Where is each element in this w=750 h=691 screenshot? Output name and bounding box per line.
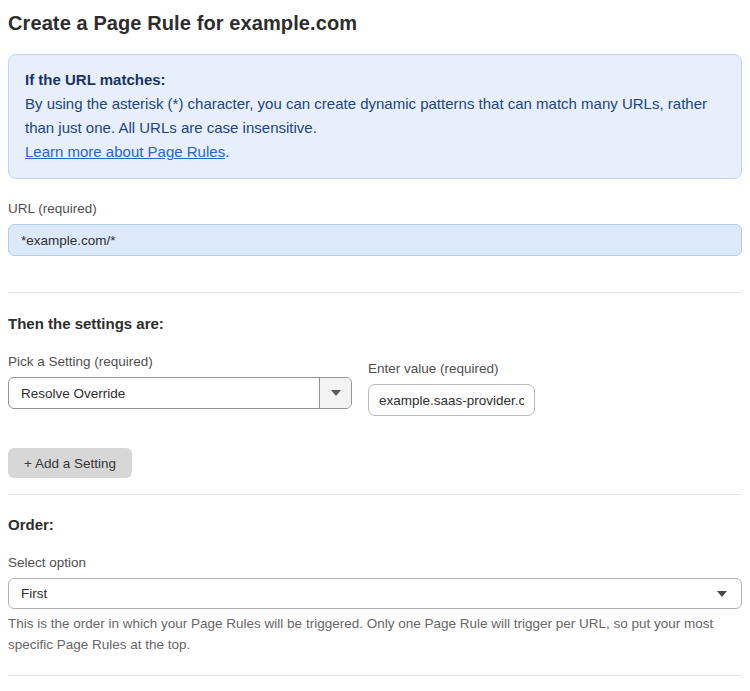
chevron-down-icon	[331, 390, 341, 396]
link-suffix: .	[225, 143, 229, 160]
setting-row: Pick a Setting (required) Resolve Overri…	[8, 354, 742, 416]
url-field-label: URL (required)	[8, 201, 742, 217]
info-box-link-line: Learn more about Page Rules.	[25, 140, 725, 164]
order-help-text: This is the order in which your Page Rul…	[8, 614, 738, 655]
value-field-label: Enter value (required)	[368, 361, 535, 377]
setting-picker-selected-value: Resolve Override	[9, 378, 319, 408]
setting-picker-dropdown[interactable]: Resolve Override	[8, 377, 352, 409]
chevron-down-icon	[717, 591, 727, 597]
divider	[8, 292, 742, 293]
add-setting-button[interactable]: + Add a Setting	[8, 448, 132, 478]
order-select-label: Select option	[8, 555, 742, 571]
setting-picker-arrow-button[interactable]	[319, 378, 351, 408]
page-title: Create a Page Rule for example.com	[8, 12, 742, 35]
page-rule-form: Create a Page Rule for example.com If th…	[0, 0, 750, 691]
setting-value-column: Enter value (required)	[368, 361, 535, 416]
setting-picker-label: Pick a Setting (required)	[8, 354, 352, 370]
info-box-heading: If the URL matches:	[25, 68, 725, 92]
settings-section-heading: Then the settings are:	[8, 315, 742, 332]
order-selected-value: First	[21, 586, 717, 601]
setting-picker-column: Pick a Setting (required) Resolve Overri…	[8, 354, 352, 409]
divider	[8, 494, 742, 495]
divider	[8, 675, 742, 676]
learn-more-link[interactable]: Learn more about Page Rules	[25, 143, 225, 160]
order-section-heading: Order:	[8, 516, 742, 533]
url-input[interactable]	[8, 224, 742, 256]
info-box-body: By using the asterisk (*) character, you…	[25, 92, 725, 140]
setting-value-input[interactable]	[368, 384, 535, 416]
url-match-info-box: If the URL matches: By using the asteris…	[8, 54, 742, 179]
order-select[interactable]: First	[8, 578, 742, 609]
